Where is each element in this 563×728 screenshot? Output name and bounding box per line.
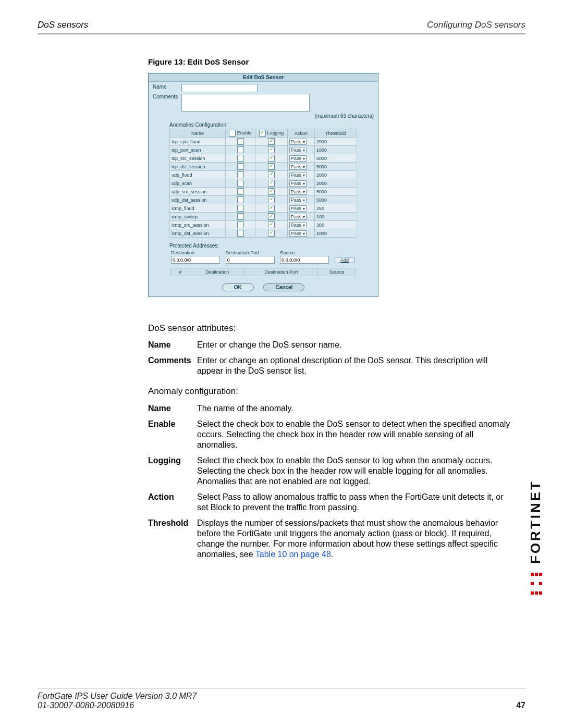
definition-row: NameEnter or change the DoS sensor name. bbox=[148, 340, 513, 350]
threshold-field[interactable]: 300 bbox=[316, 223, 345, 228]
action-select[interactable]: Pass▾ bbox=[289, 222, 307, 228]
definition-row: EnableSelect the check box to enable the… bbox=[148, 419, 513, 450]
definition-term: Name bbox=[148, 340, 197, 350]
logging-checkbox[interactable]: ✓ bbox=[268, 138, 275, 145]
logging-checkbox[interactable]: ✓ bbox=[268, 230, 275, 237]
ok-button[interactable]: OK bbox=[222, 283, 254, 291]
threshold-field[interactable]: 1000 bbox=[316, 147, 345, 153]
threshold-field[interactable]: 5000 bbox=[316, 156, 345, 161]
enable-checkbox[interactable] bbox=[237, 171, 244, 178]
action-select[interactable]: Pass▾ bbox=[289, 197, 307, 203]
logging-checkbox[interactable]: ✓ bbox=[268, 163, 275, 170]
logging-checkbox[interactable]: ✓ bbox=[268, 196, 275, 203]
enable-checkbox[interactable] bbox=[237, 146, 244, 153]
action-select[interactable]: Pass▾ bbox=[289, 164, 307, 170]
definition-row: CommentsEnter or change an optional desc… bbox=[148, 355, 513, 376]
protected-addresses-inputs: Destination Destination Port Source Add bbox=[169, 250, 357, 264]
col-num: # bbox=[171, 268, 190, 276]
action-select[interactable]: Pass▾ bbox=[289, 189, 307, 195]
fortinet-wordmark: FORTINET bbox=[528, 479, 544, 564]
threshold-field[interactable]: 2000 bbox=[316, 139, 345, 144]
dest-field[interactable] bbox=[171, 256, 220, 264]
logging-checkbox[interactable]: ✓ bbox=[268, 205, 275, 212]
logging-checkbox[interactable]: ✓ bbox=[268, 213, 275, 220]
anomaly-name: icmp_flood bbox=[170, 204, 226, 213]
cross-reference-link[interactable]: Table 10 on page 48 bbox=[255, 550, 331, 559]
anomaly-row: tcp_dst_session✓Pass▾5000 bbox=[170, 163, 357, 171]
threshold-field[interactable]: 1000 bbox=[316, 231, 345, 236]
enable-checkbox[interactable] bbox=[237, 163, 244, 170]
source-label: Source bbox=[278, 250, 333, 256]
footer-line1: FortiGate IPS User Guide Version 3.0 MR7 bbox=[38, 692, 525, 701]
anomaly-row: icmp_src_session✓Pass▾300 bbox=[170, 221, 357, 229]
col-dest: Destination bbox=[190, 268, 244, 276]
action-select[interactable]: Pass▾ bbox=[289, 180, 307, 187]
anomaly-heading: Anomaly configuration: bbox=[148, 386, 513, 397]
action-select[interactable]: Pass▾ bbox=[289, 147, 307, 153]
threshold-field[interactable]: 5000 bbox=[316, 189, 345, 194]
anomaly-row: tcp_src_session✓Pass▾5000 bbox=[170, 154, 357, 163]
dialog-title: Edit DoS Sensor bbox=[149, 73, 378, 82]
threshold-field[interactable]: 2000 bbox=[316, 181, 345, 186]
cancel-button[interactable]: Cancel bbox=[263, 283, 304, 291]
name-field[interactable] bbox=[181, 84, 258, 92]
threshold-field[interactable]: 5000 bbox=[316, 198, 345, 203]
figure-caption: Figure 13: Edit DoS Sensor bbox=[148, 57, 249, 66]
action-select[interactable]: Pass▾ bbox=[289, 172, 307, 178]
col-enable[interactable]: Enable bbox=[226, 129, 255, 138]
dest-port-field[interactable] bbox=[226, 256, 275, 264]
logging-checkbox[interactable]: ✓ bbox=[268, 180, 275, 187]
definition-desc: Select Pass to allow anomalous traffic t… bbox=[197, 492, 513, 513]
definition-desc: Select the check box to enable the DoS s… bbox=[197, 455, 513, 487]
enable-checkbox[interactable] bbox=[237, 188, 244, 195]
enable-checkbox[interactable] bbox=[237, 213, 244, 220]
logging-checkbox[interactable]: ✓ bbox=[268, 221, 275, 228]
comments-field[interactable] bbox=[181, 94, 310, 112]
enable-checkbox[interactable] bbox=[237, 196, 244, 203]
col-action: Action bbox=[288, 129, 315, 138]
enable-checkbox[interactable] bbox=[237, 138, 244, 145]
anomaly-name: udp_scan bbox=[170, 179, 226, 188]
attributes-heading: DoS sensor attributes: bbox=[148, 323, 513, 334]
anomaly-name: tcp_dst_session bbox=[170, 163, 226, 171]
comments-label: Comments bbox=[153, 94, 181, 100]
logging-checkbox[interactable]: ✓ bbox=[268, 155, 275, 162]
col-logging[interactable]: ✓ Logging bbox=[255, 129, 288, 138]
threshold-field[interactable]: 5000 bbox=[316, 164, 345, 169]
enable-checkbox[interactable] bbox=[237, 230, 244, 237]
add-button[interactable]: Add bbox=[335, 257, 354, 263]
action-select[interactable]: Pass▾ bbox=[289, 155, 307, 162]
anomaly-name: udp_dst_session bbox=[170, 196, 226, 204]
enable-checkbox[interactable] bbox=[237, 180, 244, 187]
logging-checkbox[interactable]: ✓ bbox=[268, 146, 275, 153]
definition-desc: The name of the anomaly. bbox=[197, 403, 513, 414]
col-threshold: Threshold bbox=[315, 129, 357, 138]
header-right: Configuring DoS sensors bbox=[427, 20, 525, 30]
logging-checkbox[interactable]: ✓ bbox=[268, 188, 275, 195]
definition-row: NameThe name of the anomaly. bbox=[148, 403, 513, 414]
anomaly-row: tcp_port_scan✓Pass▾1000 bbox=[170, 146, 357, 154]
definition-term: Action bbox=[148, 492, 197, 513]
source-field[interactable] bbox=[280, 256, 329, 264]
enable-checkbox[interactable] bbox=[237, 155, 244, 162]
enable-checkbox[interactable] bbox=[237, 205, 244, 212]
threshold-field[interactable]: 2000 bbox=[316, 172, 345, 178]
edit-dos-sensor-dialog: Edit DoS Sensor Name Comments (maximum 6… bbox=[148, 73, 378, 297]
enable-all-checkbox[interactable] bbox=[229, 130, 236, 137]
threshold-field[interactable]: 100 bbox=[316, 214, 345, 219]
logging-checkbox[interactable]: ✓ bbox=[268, 171, 275, 178]
threshold-field[interactable]: 250 bbox=[316, 206, 345, 211]
fortinet-mark-icon bbox=[530, 569, 543, 597]
anomaly-name: tcp_port_scan bbox=[170, 146, 226, 154]
action-select[interactable]: Pass▾ bbox=[289, 205, 307, 212]
col-src: Source bbox=[318, 268, 356, 276]
anomaly-row: udp_dst_session✓Pass▾5000 bbox=[170, 196, 357, 204]
action-select[interactable]: Pass▾ bbox=[289, 139, 307, 145]
action-select[interactable]: Pass▾ bbox=[289, 214, 307, 220]
logging-all-checkbox[interactable]: ✓ bbox=[259, 130, 266, 137]
definition-row: LoggingSelect the check box to enable th… bbox=[148, 455, 513, 487]
anomaly-name: udp_src_session bbox=[170, 188, 226, 196]
action-select[interactable]: Pass▾ bbox=[289, 230, 307, 237]
col-port: Destination Port bbox=[244, 268, 318, 276]
enable-checkbox[interactable] bbox=[237, 221, 244, 228]
